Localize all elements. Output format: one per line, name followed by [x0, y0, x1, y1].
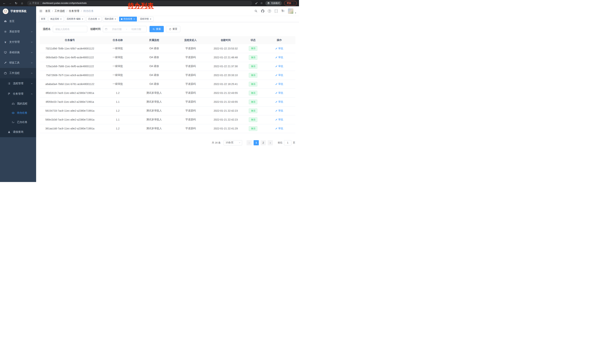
tab-start-process[interactable]: 发起流程 ×: [48, 17, 64, 22]
cell-task-name: 一级审批: [100, 44, 136, 53]
close-icon[interactable]: ×: [150, 18, 151, 20]
approve-button[interactable]: 审批: [275, 65, 283, 68]
edit-pencil-icon: [275, 110, 277, 112]
search-button[interactable]: 搜索: [150, 26, 164, 32]
cell-task-name: 1.2: [100, 124, 136, 133]
sidebar: 芋道管理系统 首页 系统管理 ¥ 支付管理: [0, 6, 36, 182]
page-button-2[interactable]: 2: [261, 140, 266, 145]
browser-menu-icon[interactable]: ⋮: [293, 2, 295, 5]
date-range-picker[interactable]: -: [103, 26, 147, 32]
sidebar-item-workflow[interactable]: 工作流程: [0, 68, 36, 78]
tab-todo-tasks[interactable]: 待办任务 ×: [119, 17, 137, 22]
cell-status: 激活: [243, 80, 263, 89]
sidebar-menu: 首页 系统管理 ¥ 支付管理 基础设施: [0, 16, 36, 137]
approve-button[interactable]: 审批: [275, 56, 283, 59]
browser-home-icon[interactable]: ⌂: [20, 1, 24, 5]
tab-process-detail[interactable]: 流程详情 ×: [138, 17, 153, 22]
status-badge: 激活: [249, 55, 257, 60]
table-row: 75d72608-7b7f-11ec-a3c8-acde48001122 一级审…: [40, 71, 295, 80]
breadcrumb-item[interactable]: 任务管理: [69, 9, 79, 13]
breadcrumb-separator: /: [52, 10, 53, 13]
tab-home[interactable]: 首页: [39, 17, 47, 22]
approve-button[interactable]: 审批: [275, 109, 283, 112]
sidebar-item-home[interactable]: 首页: [0, 16, 36, 26]
pagination: 共 16 条 10条/页 ‹ 1 2 › 前往 页: [40, 140, 295, 145]
approve-button[interactable]: 审批: [275, 91, 283, 95]
edit-pencil-icon: [275, 56, 277, 58]
tab-my-process[interactable]: 我的流程 ×: [103, 17, 118, 22]
table-row: 069c6a63-7b8a-11ec-8ef0-acde48001122 一级审…: [40, 53, 295, 62]
avatar-caret-icon[interactable]: ▾: [295, 12, 296, 14]
sidebar-item-task-mgmt[interactable]: 任务管理: [0, 89, 36, 99]
reset-button[interactable]: 重置: [166, 26, 180, 32]
close-icon[interactable]: ×: [98, 18, 100, 20]
bookmark-star-icon[interactable]: ☆: [260, 1, 263, 5]
approve-button[interactable]: 审批: [275, 73, 283, 77]
incognito-icon: [267, 2, 270, 5]
security-warning[interactable]: ⚠ 不安全: [29, 2, 39, 5]
sidebar-item-my-process[interactable]: 我的流程: [0, 99, 36, 108]
sidebar-item-done-tasks[interactable]: 已办任务: [0, 118, 36, 127]
next-page-button[interactable]: ›: [268, 140, 273, 145]
page-size-select[interactable]: 10条/页: [224, 140, 242, 145]
process-name-input[interactable]: [53, 26, 87, 32]
close-icon[interactable]: ×: [82, 18, 83, 20]
search-icon: [152, 28, 155, 30]
cell-actions: 审批: [263, 62, 295, 71]
prev-page-button[interactable]: ‹: [247, 140, 252, 145]
annotation-overlay: 待办列表: [128, 1, 154, 10]
end-date-input[interactable]: [128, 28, 144, 31]
sidebar-item-leave-query[interactable]: 请假查询: [0, 127, 36, 137]
fullscreen-icon[interactable]: [274, 9, 278, 13]
close-icon[interactable]: ×: [115, 18, 116, 20]
table-row: 73211d9d-7b9b-11ec-b5b7-acde48001122 一级审…: [40, 44, 295, 53]
cell-task-id: a6aba0a4-7b6d-11ec-b781-acde48001122: [40, 80, 100, 89]
avatar[interactable]: [288, 8, 293, 14]
browser-back-icon[interactable]: ←: [2, 1, 6, 5]
status-badge: 激活: [249, 100, 257, 104]
approve-button[interactable]: 审批: [275, 118, 283, 121]
edit-pencil-icon: [275, 65, 277, 67]
goto-page-input[interactable]: [284, 140, 291, 145]
approve-button[interactable]: 审批: [275, 82, 283, 86]
font-size-icon[interactable]: TT: [281, 9, 284, 13]
cell-process: OA 请假: [136, 53, 173, 62]
key-icon[interactable]: [255, 2, 258, 5]
tab-done-tasks[interactable]: 已办任务 ×: [86, 17, 102, 22]
tab-form-edit[interactable]: 流程表单-编辑 ×: [65, 17, 85, 22]
cell-status: 激活: [243, 97, 263, 106]
sidebar-item-infrastructure[interactable]: 基础设施: [0, 47, 36, 57]
cell-actions: 审批: [263, 106, 295, 115]
sidebar-item-system[interactable]: 系统管理: [0, 26, 36, 37]
close-icon[interactable]: ×: [133, 18, 135, 20]
approve-button[interactable]: 审批: [275, 47, 283, 50]
browser-reload-icon[interactable]: ↻: [14, 1, 18, 5]
sidebar-item-payment[interactable]: ¥ 支付管理: [0, 37, 36, 47]
cell-process: 测试多审批人: [136, 89, 173, 97]
approve-button[interactable]: 审批: [275, 100, 283, 104]
status-badge: 激活: [249, 91, 257, 95]
cell-status: 激活: [243, 106, 263, 115]
start-date-input[interactable]: [108, 28, 125, 31]
breadcrumb-item[interactable]: 工作流程: [54, 9, 65, 13]
approve-button[interactable]: 审批: [275, 127, 283, 130]
breadcrumb-item[interactable]: 首页: [45, 9, 50, 13]
sidebar-item-process-mgmt[interactable]: 流程管理: [0, 78, 36, 89]
help-icon[interactable]: ?: [268, 9, 271, 13]
close-icon[interactable]: ×: [60, 18, 62, 20]
create-time-label: 创建时间: [90, 27, 100, 31]
sidebar-item-devtools[interactable]: 研发工具: [0, 57, 36, 68]
page-button-1[interactable]: 1: [254, 140, 259, 145]
cell-task-name: 一级审批: [100, 53, 136, 62]
update-button[interactable]: 更新 ⋮: [284, 1, 297, 6]
cell-task-name: 一级审批: [100, 80, 136, 89]
github-icon[interactable]: [261, 9, 264, 13]
column-header-task-name: 任务名称: [100, 36, 136, 44]
search-icon[interactable]: [254, 9, 257, 13]
eye-icon: [11, 112, 15, 114]
browser-forward-icon[interactable]: →: [8, 1, 12, 5]
sidebar-collapse-icon[interactable]: [39, 9, 43, 13]
cell-task-name: 1.2: [100, 89, 136, 97]
edit-pencil-icon: [275, 74, 277, 76]
sidebar-item-todo-tasks[interactable]: 待办任务: [0, 108, 36, 118]
